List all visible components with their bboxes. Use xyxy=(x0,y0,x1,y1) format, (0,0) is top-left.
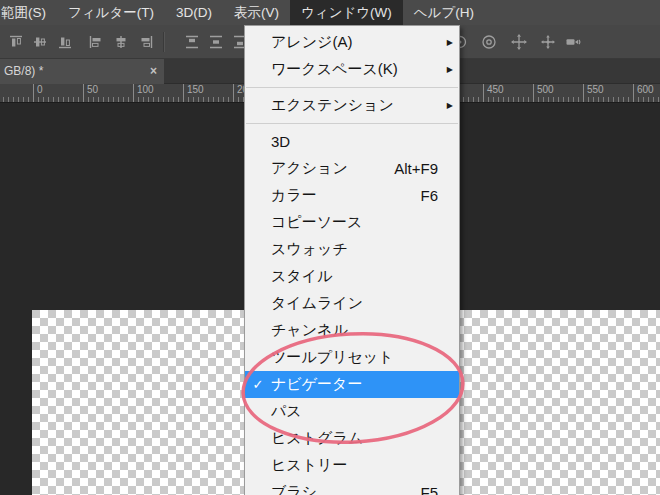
align-horizontal-centers-icon[interactable] xyxy=(113,34,129,50)
menu-item-navigator[interactable]: ✓ ナビゲーター xyxy=(245,371,459,398)
ruler-label: 450 xyxy=(483,84,504,102)
menu-item-channels[interactable]: ✓ チャンネル xyxy=(245,317,459,344)
submenu-arrow-icon: ▶ xyxy=(442,101,453,110)
menu-select[interactable]: 範囲(S) xyxy=(0,0,57,25)
submenu-arrow-icon: ▶ xyxy=(442,65,453,74)
menu-window[interactable]: ウィンドウ(W) xyxy=(290,0,403,25)
menu-bar: 範囲(S) フィルター(T) 3D(D) 表示(V) ウィンドウ(W) ヘルプ(… xyxy=(0,0,660,25)
toolbar-separator xyxy=(163,32,165,52)
photoshop-window: 範囲(S) フィルター(T) 3D(D) 表示(V) ウィンドウ(W) ヘルプ(… xyxy=(0,0,660,495)
3d-orbit-icon[interactable] xyxy=(481,34,497,50)
document-tab-title: GB/8) * xyxy=(4,64,43,78)
tab-close-icon[interactable]: × xyxy=(150,59,157,84)
menu-item-tool-presets[interactable]: ✓ ツールプリセット xyxy=(245,344,459,371)
submenu-arrow-icon: ▶ xyxy=(442,38,453,47)
distribute-top-edges-icon[interactable] xyxy=(184,34,200,50)
menu-item-history[interactable]: ✓ ヒストリー xyxy=(245,452,459,479)
menu-separator xyxy=(246,123,458,124)
menu-item-workspace[interactable]: ✓ ワークスペース(K) ▶ xyxy=(245,56,459,83)
menu-filter[interactable]: フィルター(T) xyxy=(57,0,165,25)
menu-item-styles[interactable]: ✓ スタイル xyxy=(245,263,459,290)
ruler-label: 100 xyxy=(133,84,154,102)
check-icon: ✓ xyxy=(245,377,271,392)
ruler-label: 500 xyxy=(533,84,554,102)
3d-camera-icon[interactable] xyxy=(566,34,582,50)
3d-pan-icon[interactable] xyxy=(511,34,527,50)
align-left-edges-icon[interactable] xyxy=(88,34,104,50)
menu-item-brush[interactable]: ✓ ブラシ F5 xyxy=(245,479,459,495)
ruler-label: 550 xyxy=(583,84,604,102)
menu-item-color[interactable]: ✓ カラー F6 xyxy=(245,182,459,209)
shortcut-label: Alt+F9 xyxy=(394,160,438,177)
menu-item-clone-source[interactable]: ✓ コピーソース xyxy=(245,209,459,236)
menu-item-timeline[interactable]: ✓ タイムライン xyxy=(245,290,459,317)
menu-separator xyxy=(246,87,458,88)
ruler-label: 150 xyxy=(183,84,204,102)
ruler-label: 0 xyxy=(33,84,43,102)
window-menu-dropdown: ✓ アレンジ(A) ▶ ✓ ワークスペース(K) ▶ ✓ エクステンション ▶ … xyxy=(244,25,460,495)
menu-item-swatches[interactable]: ✓ スウォッチ xyxy=(245,236,459,263)
align-right-edges-icon[interactable] xyxy=(138,34,154,50)
menu-item-paths[interactable]: ✓ パス xyxy=(245,398,459,425)
menu-item-3d[interactable]: ✓ 3D xyxy=(245,128,459,155)
menu-item-histogram[interactable]: ✓ ヒストグラム xyxy=(245,425,459,452)
3d-slide-icon[interactable] xyxy=(540,34,556,50)
shortcut-label: F5 xyxy=(420,484,438,495)
align-bottom-edges-icon[interactable] xyxy=(57,34,73,50)
align-top-edges-icon[interactable] xyxy=(8,34,24,50)
menu-item-arrange[interactable]: ✓ アレンジ(A) ▶ xyxy=(245,29,459,56)
menu-item-actions[interactable]: ✓ アクション Alt+F9 xyxy=(245,155,459,182)
shortcut-label: F6 xyxy=(420,187,438,204)
menu-item-extensions[interactable]: ✓ エクステンション ▶ xyxy=(245,92,459,119)
align-vertical-centers-icon[interactable] xyxy=(32,34,48,50)
menu-view[interactable]: 表示(V) xyxy=(223,0,290,25)
menu-3d[interactable]: 3D(D) xyxy=(165,0,223,25)
menu-help[interactable]: ヘルプ(H) xyxy=(403,0,485,25)
distribute-vertical-centers-icon[interactable] xyxy=(208,34,224,50)
ruler-label: 50 xyxy=(83,84,98,102)
ruler-label: 600 xyxy=(633,84,654,102)
document-tab[interactable]: GB/8) * × xyxy=(0,59,164,84)
